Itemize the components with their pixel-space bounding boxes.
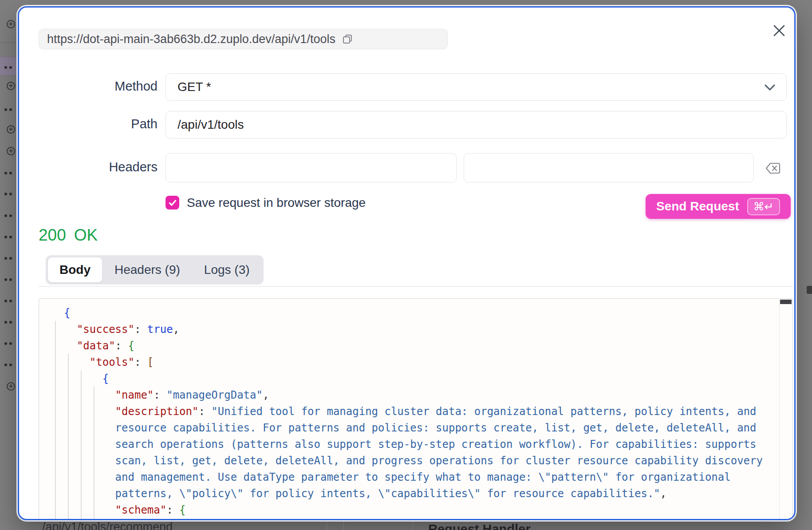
background-divider: [0, 42, 18, 43]
header-value-input[interactable]: [464, 153, 754, 182]
response-tab-bar: Body Headers (9) Logs (3): [46, 255, 264, 285]
dots-icon: [4, 172, 13, 174]
tab-headers[interactable]: Headers (9): [103, 257, 192, 282]
tab-logs[interactable]: Logs (3): [193, 257, 261, 282]
headers-label: Headers: [19, 160, 158, 174]
background-table-border: [413, 520, 413, 530]
zoom-plus-icon: +: [7, 20, 15, 28]
scrollbar-thumb[interactable]: [780, 300, 792, 304]
zoom-plus-icon: +: [7, 382, 15, 391]
check-icon: [168, 198, 177, 208]
close-icon: [773, 24, 786, 37]
request-url-pill[interactable]: https://dot-api-main-3ab663b.d2.zuplo.de…: [39, 29, 448, 49]
dots-icon: [4, 236, 13, 238]
background-route-path: /api/v1/tools/recommend: [42, 520, 173, 530]
method-value: GET *: [177, 80, 211, 94]
dots-icon: [4, 364, 13, 366]
dots-icon: [4, 66, 13, 69]
keyboard-shortcut-badge: ⌘↵: [747, 198, 780, 215]
api-test-modal: https://dot-api-main-3ab663b.d2.zuplo.de…: [18, 6, 796, 520]
method-select[interactable]: GET *: [166, 73, 787, 101]
dots-icon: [4, 108, 13, 111]
section-divider: [39, 286, 793, 287]
dots-icon: [4, 321, 13, 324]
background-table-border: [343, 520, 344, 530]
header-name-input[interactable]: [166, 153, 457, 182]
response-status: 200 OK: [39, 226, 98, 245]
zoom-plus-icon: +: [7, 125, 15, 134]
backspace-clear-icon: [765, 160, 782, 177]
zoom-plus-icon: +: [7, 147, 15, 155]
background-edge-glyph: [807, 286, 812, 294]
dots-icon: [4, 214, 13, 217]
dots-icon: [4, 342, 13, 345]
response-body-viewer[interactable]: { "success": true, "data": { "tools": [ …: [39, 298, 793, 520]
dots-icon: [4, 257, 13, 260]
zoom-plus-icon: +: [7, 82, 15, 90]
dots-icon: [4, 193, 13, 195]
close-button[interactable]: [771, 23, 787, 39]
background-table-border: [327, 520, 327, 530]
clear-headers-button[interactable]: [765, 159, 782, 177]
send-request-button[interactable]: Send Request ⌘↵: [646, 194, 791, 219]
copy-icon[interactable]: [342, 33, 353, 45]
chevron-down-icon: [764, 84, 776, 91]
screen: + + + + + /api/v1/tools/recommend Reques…: [0, 0, 812, 530]
method-label: Method: [19, 79, 158, 94]
save-request-checkbox[interactable]: [166, 196, 179, 210]
save-request-label: Save request in browser storage: [187, 196, 366, 210]
scrollbar-track[interactable]: [779, 299, 792, 520]
response-json: { "success": true, "data": { "tools": [ …: [39, 299, 779, 518]
tab-body[interactable]: Body: [48, 257, 102, 282]
background-section-title: Request Handler: [428, 522, 530, 530]
path-label: Path: [19, 117, 158, 131]
send-request-label: Send Request: [656, 199, 739, 214]
status-text: OK: [74, 226, 98, 245]
dots-icon: [4, 278, 13, 281]
status-code: 200: [39, 226, 66, 245]
path-input[interactable]: [166, 111, 787, 138]
dots-icon: [4, 300, 13, 302]
request-url: https://dot-api-main-3ab663b.d2.zuplo.de…: [47, 32, 335, 46]
